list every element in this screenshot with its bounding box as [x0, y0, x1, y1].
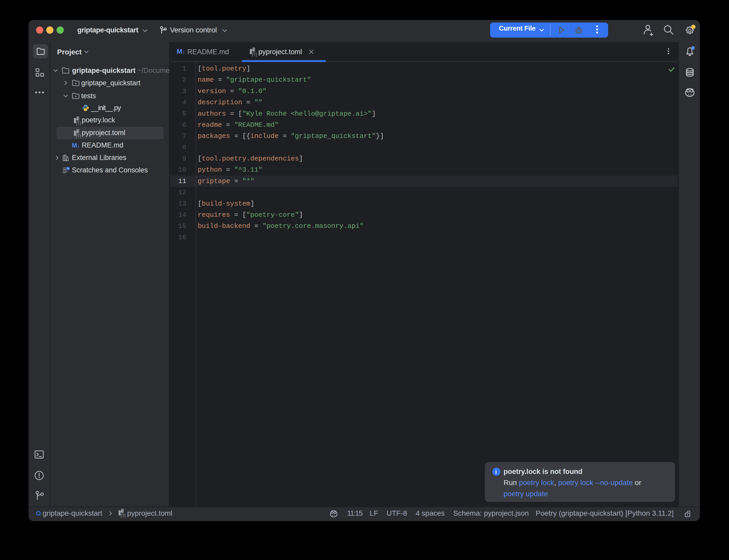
svg-text:[T]: [T] [76, 121, 81, 125]
svg-text:[T]: [T] [121, 513, 126, 518]
svg-text:[T]: [T] [252, 52, 257, 57]
svg-text:[T]: [T] [76, 134, 81, 138]
